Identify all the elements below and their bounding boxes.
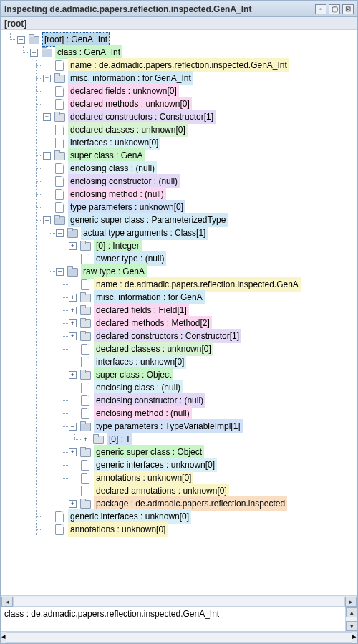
tree-node[interactable]: declared methods : unknown[0] [4, 97, 357, 110]
tree-node-label[interactable]: actual type arguments : Class[1] [81, 226, 208, 240]
tree-node[interactable]: declared classes : unknown[0] [4, 342, 357, 355]
expand-handle[interactable]: + [69, 307, 77, 314]
expand-handle[interactable]: + [69, 448, 77, 456]
collapse-handle[interactable]: – [43, 216, 51, 224]
tree-node[interactable]: +declared methods : Method[2] [4, 317, 357, 330]
tree-node-label[interactable]: package : de.admadic.papers.reflection.i… [94, 496, 287, 511]
expand-handle[interactable]: + [69, 319, 77, 327]
tree-node-label[interactable]: type parameters : TypeVariableImpl[1] [94, 419, 243, 433]
tree-node[interactable]: generic interfaces : unknown[0] [4, 458, 357, 471]
scroll-left-button[interactable]: ◂ [1, 597, 13, 607]
tree-node-label[interactable]: misc. information : for GenA [94, 290, 205, 304]
tree-node-label[interactable]: annotations : unknown[0] [94, 471, 193, 485]
tree-node-label[interactable]: interfaces : unknown[0] [68, 135, 160, 150]
tree-node-label[interactable]: declared classes : unknown[0] [94, 342, 213, 356]
tree-node-label[interactable]: enclosing constructor : (null) [68, 174, 180, 188]
tree-node-label[interactable]: declared classes : unknown[0] [68, 122, 188, 137]
collapse-handle[interactable]: – [30, 49, 38, 57]
tree-node[interactable]: name : de.admadic.papers.reflection.insp… [4, 59, 357, 72]
tree-node[interactable]: –type parameters : TypeVariableImpl[1] [4, 420, 357, 433]
tree-node-label[interactable]: owner type : (null) [94, 251, 166, 266]
expand-handle[interactable]: + [69, 500, 77, 508]
tree-node[interactable]: –[root] : GenA_Int [4, 33, 357, 46]
tree-node[interactable]: +misc. information : for GenA_Int [4, 72, 357, 85]
expand-handle[interactable]: + [82, 436, 90, 443]
expand-handle[interactable]: + [69, 242, 77, 250]
tree-node[interactable]: enclosing constructor : (null) [4, 175, 357, 188]
tree-node-label[interactable]: generic super class : ParameterizedType [68, 213, 228, 227]
tree-node-label[interactable]: misc. information : for GenA_Int [68, 71, 193, 85]
tree-node[interactable]: declared classes : unknown[0] [4, 123, 357, 136]
tree-node-label[interactable]: annotations : unknown[0] [68, 522, 168, 537]
tree-node-label[interactable]: name : de.admadic.papers.reflection.insp… [68, 58, 289, 72]
tree-node-label[interactable]: super class : GenA [68, 148, 145, 163]
tree-node[interactable]: +package : de.admadic.papers.reflection.… [4, 497, 357, 510]
tree-node[interactable]: annotations : unknown[0] [4, 471, 357, 484]
tree-node[interactable]: enclosing class : (null) [4, 162, 357, 175]
expand-handle[interactable]: + [43, 113, 51, 121]
collapse-handle[interactable]: – [56, 268, 64, 276]
tree-node-label[interactable]: [root] : GenA_Int [42, 32, 110, 47]
tree-pane[interactable]: –[root] : GenA_Int–class : GenA_Intname … [1, 30, 357, 595]
tree-node[interactable]: –generic super class : ParameterizedType [4, 213, 357, 226]
tree-node-label[interactable]: declared fields : Field[1] [94, 303, 189, 317]
tree-node[interactable]: interfaces : unknown[0] [4, 136, 357, 149]
tree-node[interactable]: +declared constructors : Constructor[1] [4, 110, 357, 123]
tree-node-label[interactable]: enclosing method : (null) [94, 406, 192, 420]
tree-node[interactable]: name : de.admadic.papers.reflection.insp… [4, 278, 357, 291]
expand-handle[interactable]: + [69, 294, 77, 302]
tree-node-label[interactable]: generic interfaces : unknown[0] [68, 509, 191, 524]
titlebar[interactable]: Inspecting de.admadic.papers.reflection.… [1, 1, 357, 17]
scroll-up-button[interactable]: ▴ [346, 607, 357, 617]
tree-node-label[interactable]: [0] : T [107, 432, 132, 446]
collapse-handle[interactable]: – [17, 36, 25, 44]
tree-node-label[interactable]: declared constructors : Constructor[1] [94, 329, 241, 343]
tree-h-scrollbar[interactable]: ◂ ▸ [1, 595, 357, 607]
tree-node-label[interactable]: name : de.admadic.papers.reflection.insp… [94, 277, 301, 292]
tree-node[interactable]: –actual type arguments : Class[1] [4, 226, 357, 239]
expand-handle[interactable]: + [69, 332, 77, 340]
expand-handle[interactable]: + [43, 75, 51, 82]
tree-node[interactable]: enclosing method : (null) [4, 407, 357, 420]
tree-node[interactable]: +super class : GenA [4, 149, 357, 162]
tree-node-label[interactable]: declared constructors : Constructor[1] [68, 110, 216, 124]
collapse-handle[interactable]: – [69, 423, 77, 431]
tree-node-label[interactable]: [0] : Integer [94, 239, 142, 253]
tree-node[interactable]: annotations : unknown[0] [4, 523, 357, 536]
tree-node[interactable]: –raw type : GenA [4, 265, 357, 278]
tree-node-label[interactable]: enclosing constructor : (null) [94, 393, 205, 408]
tree-node[interactable]: owner type : (null) [4, 252, 357, 265]
scroll-down-button[interactable]: ▾ [346, 621, 357, 631]
tree-node-label[interactable]: generic super class : Object [94, 445, 204, 459]
tree-node-label[interactable]: type parameters : unknown[0] [68, 200, 185, 214]
tree-node[interactable]: type parameters : unknown[0] [4, 201, 357, 213]
tree-node-label[interactable]: enclosing class : (null) [94, 380, 183, 395]
tree-node-label[interactable]: super class : Object [94, 367, 173, 382]
tree-node-label[interactable]: class : GenA_Int [55, 45, 122, 59]
tree-node[interactable]: +[0] : T [4, 433, 357, 446]
tree-node-label[interactable]: enclosing class : (null) [68, 161, 157, 176]
tree-node[interactable]: +misc. information : for GenA [4, 291, 357, 304]
tree-node-label[interactable]: declared methods : Method[2] [94, 316, 212, 330]
tree-node[interactable]: enclosing constructor : (null) [4, 394, 357, 407]
scroll-track[interactable] [13, 597, 345, 607]
scroll-right-button[interactable]: ▸ [345, 597, 357, 607]
tree-node-label[interactable]: raw type : GenA [81, 264, 147, 279]
expand-handle[interactable]: + [43, 152, 51, 160]
tree-node[interactable]: +declared constructors : Constructor[1] [4, 330, 357, 342]
scroll-right-button[interactable]: ▸ [352, 632, 357, 643]
tree-node[interactable]: +generic super class : Object [4, 446, 357, 458]
tree-node-label[interactable]: interfaces : unknown[0] [94, 355, 186, 369]
tree-node[interactable]: declared fields : unknown[0] [4, 85, 357, 97]
tree-node-label[interactable]: enclosing method : (null) [68, 187, 166, 201]
status-v-scrollbar[interactable]: ▴ ▾ [345, 607, 357, 631]
tree-node[interactable]: –class : GenA_Int [4, 46, 357, 59]
minimize-button[interactable]: ▫ [315, 4, 326, 14]
tree-node[interactable]: enclosing method : (null) [4, 188, 357, 201]
tree-node[interactable]: +super class : Object [4, 368, 357, 381]
maximize-button[interactable]: ▢ [329, 4, 340, 14]
tree-node[interactable]: interfaces : unknown[0] [4, 355, 357, 368]
expand-handle[interactable]: + [69, 371, 77, 379]
collapse-handle[interactable]: – [56, 229, 64, 237]
status-h-scrollbar[interactable]: ◂ ▸ [1, 631, 357, 643]
